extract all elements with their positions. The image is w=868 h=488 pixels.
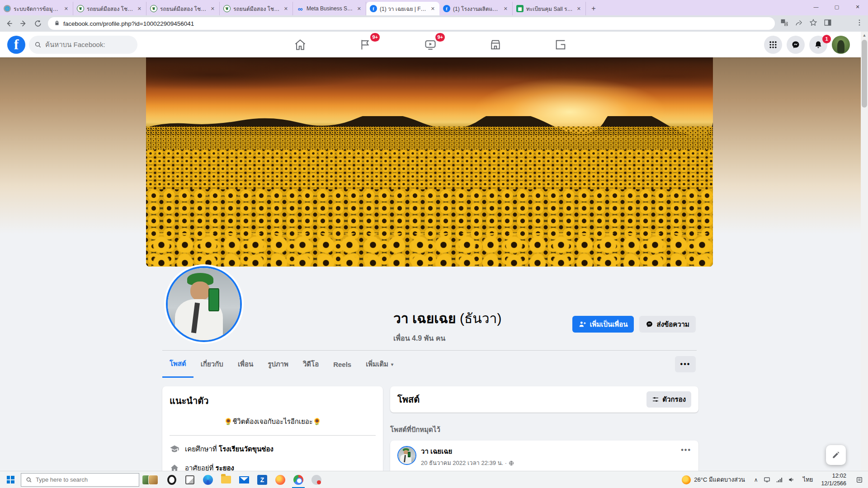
record-app-icon[interactable] [307,471,326,488]
friends-count[interactable]: เพื่อน 4.9 พัน คน [393,333,501,344]
tab-close-icon[interactable]: ✕ [210,6,216,12]
notifications-button[interactable]: 1 [809,36,827,54]
message-button[interactable]: ส่งข้อความ [639,316,696,333]
posts-header-card: โพสต์ ตัวกรอง [390,386,698,413]
new-tab-button[interactable]: + [588,3,599,14]
posts-filter-button[interactable]: ตัวกรอง [646,391,691,408]
search-highlights-icon[interactable] [142,475,158,485]
compose-post-button[interactable] [826,445,846,465]
filter-label: ตัวกรอง [662,394,686,405]
tab-close-icon[interactable]: ✕ [137,6,142,12]
tab-close-icon[interactable]: ✕ [430,6,436,12]
tab-close-icon[interactable]: ✕ [356,6,362,12]
tab-title: Meta Business Suite [307,5,354,12]
browser-tab[interactable]: ทะเบียนคุม Sall ระบบออนไลน์✕ [513,2,586,15]
firefox-icon[interactable] [271,471,289,488]
opera-icon[interactable] [163,471,181,488]
minimize-button[interactable]: — [806,0,826,14]
post-menu-icon[interactable]: ••• [681,446,691,454]
browser-tab[interactable]: รถยนต์มือสอง โชคคูณโชค อุดร✕ [73,2,146,15]
gaming-icon [554,38,567,51]
address-bar[interactable]: facebook.com/profile.php?id=100022909456… [48,17,775,30]
nav-watch[interactable]: 9+ [420,34,441,56]
facebook-search-input[interactable] [45,41,132,48]
edge-icon[interactable] [199,471,217,488]
taskbar-search-input[interactable] [36,476,134,483]
close-button[interactable]: ✕ [847,0,868,14]
share-icon[interactable] [795,19,803,28]
side-panel-icon[interactable] [824,19,832,28]
nav-marketplace[interactable] [485,34,506,56]
tray-chevron-icon[interactable]: ∧ [754,477,758,483]
system-tray: ∧ [750,476,799,483]
pages-badge: 9+ [370,33,380,42]
profile-more-button[interactable]: ••• [675,356,696,372]
page-scrollbar[interactable]: ▲ [861,32,868,471]
browser-menu-icon[interactable] [855,19,863,28]
browser-tab-strip: ระบบจัดการข้อมูล บริษัท โชคคู✕ รถยนต์มือ… [0,0,868,15]
apps-menu-button[interactable] [764,36,782,54]
profile-picture[interactable] [164,264,244,344]
messenger-button[interactable] [787,36,805,54]
tab-photos[interactable]: รูปภาพ [260,351,296,378]
browser-tab[interactable]: Meta Business Suite✕ [293,2,366,15]
post-author-avatar[interactable] [397,446,416,465]
browser-tab[interactable]: ระบบจัดการข้อมูล บริษัท โชคคู✕ [0,2,73,15]
facebook-logo[interactable]: f [7,36,25,54]
facebook-search[interactable] [29,36,137,54]
tab-close-icon[interactable]: ✕ [283,6,289,12]
tab-videos[interactable]: วิดีโอ [296,351,326,378]
tab-posts[interactable]: โพสต์ [162,351,193,378]
scrollbar-thumb[interactable] [862,40,867,108]
maximize-button[interactable]: ▢ [826,0,847,14]
browser-tab[interactable]: รถยนต์มือสอง โชคคูณโชค อุดร✕ [220,2,293,15]
add-friend-label: เพิ่มเป็นเพื่อน [590,319,627,330]
taskbar-weather[interactable]: 26°C มีแดดบางส่วน [677,475,750,484]
tab-close-icon[interactable]: ✕ [503,6,509,12]
language-indicator[interactable]: ไทย [799,475,817,484]
cover-photo[interactable] [146,57,713,267]
tray-volume-icon[interactable] [788,476,795,483]
browser-tab[interactable]: รถยนต์มือสอง โชคคูณโชค อุดร✕ [146,2,220,15]
home-icon [170,463,179,471]
tab-about[interactable]: เกี่ยวกับ [193,351,231,378]
nav-pages[interactable]: 9+ [354,34,376,56]
tray-display-icon[interactable] [764,476,770,483]
browser-tab[interactable]: (1) โรงงานผลิตและกระจายรถยน✕ [439,2,513,15]
task-view-icon[interactable] [181,471,199,488]
tab-close-icon[interactable]: ✕ [63,6,69,12]
browser-tab-active[interactable]: (1) วา เฉยเฉย | Facebook✕ [366,2,439,15]
start-button[interactable] [0,471,21,488]
tab-reels[interactable]: Reels [326,351,359,378]
browser-profile-avatar[interactable] [838,18,849,29]
mail-icon[interactable] [235,471,253,488]
translate-icon[interactable] [780,19,788,28]
action-center-icon[interactable] [851,471,868,488]
post-author-name[interactable]: วา เฉยเฉย [421,446,676,457]
post-timestamp[interactable]: 20 ธันวาคม 2022 เวลา 22:39 น. · [421,458,676,468]
tab-friends[interactable]: เพื่อน [231,351,260,378]
file-explorer-icon[interactable] [217,471,235,488]
tab-close-icon[interactable]: ✕ [576,6,582,12]
taskbar-clock[interactable]: 12:02 12/1/2566 [816,472,851,488]
scroll-up-icon[interactable]: ▲ [861,32,868,39]
home-nav-icon [294,38,307,51]
account-avatar[interactable] [832,36,850,54]
add-friend-button[interactable]: เพิ่มเป็นเพื่อน [572,316,634,333]
chrome-icon[interactable] [289,471,307,488]
bookmark-star-icon[interactable] [809,19,817,28]
tab-more[interactable]: เพิ่มเติม▾ [359,351,401,378]
reload-icon[interactable] [33,19,42,28]
nav-gaming[interactable] [550,34,571,56]
tray-network-icon[interactable] [776,476,783,483]
back-icon[interactable] [5,19,14,28]
taskbar-apps: Z [163,471,326,488]
watch-badge: 9+ [435,33,445,42]
z-app-icon[interactable]: Z [253,471,271,488]
forward-icon[interactable] [19,19,28,28]
tab-title: รถยนต์มือสอง โชคคูณโชค อุดร [233,5,280,13]
globe-favicon [4,5,11,12]
taskbar-search[interactable] [21,473,139,487]
messenger-icon [646,320,653,328]
nav-home[interactable] [289,34,311,56]
